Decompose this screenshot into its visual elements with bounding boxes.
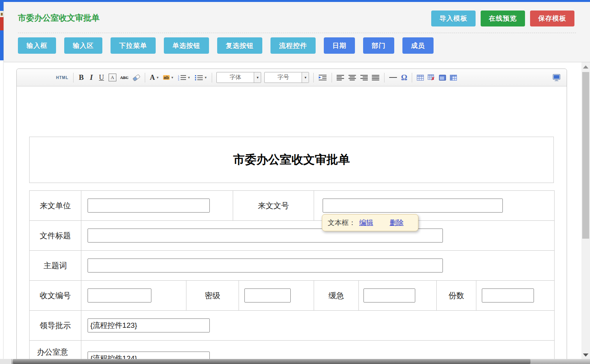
- chevron-down-icon[interactable]: ▼: [254, 72, 261, 83]
- table-properties-button[interactable]: [438, 72, 447, 83]
- font-color-button[interactable]: A▼: [149, 72, 160, 83]
- font-family-select[interactable]: 字体 ▼: [216, 72, 261, 83]
- vertical-scrollbar[interactable]: [581, 62, 590, 359]
- delete-link[interactable]: 删除: [390, 218, 404, 227]
- leader-remarks-input[interactable]: [88, 318, 210, 332]
- control-buttons-row: 输入框 输入区 下拉菜单 单选按钮 复选按钮 流程控件 日期 部门 成员: [18, 37, 434, 54]
- secrecy-label: 密级: [186, 281, 239, 310]
- cell-properties-icon: [450, 75, 457, 81]
- font-family-value: 字体: [217, 72, 254, 83]
- italic-button[interactable]: I: [88, 72, 95, 83]
- toolbar-separator: [384, 73, 385, 83]
- doc-title-cell: [81, 221, 554, 250]
- table-row: 主题词: [30, 250, 554, 280]
- source-unit-input[interactable]: [88, 199, 210, 213]
- chevron-down-icon: ▼: [156, 76, 159, 79]
- indent-button[interactable]: [318, 72, 328, 83]
- insert-table-button[interactable]: [416, 72, 425, 83]
- copies-input[interactable]: [482, 288, 534, 302]
- dashed-divider: [18, 33, 576, 33]
- member-button[interactable]: 成员: [402, 37, 434, 54]
- toolbar-separator: [332, 73, 332, 83]
- keywords-input[interactable]: [88, 258, 443, 273]
- font-color-a-icon: A: [150, 74, 155, 82]
- align-center-button[interactable]: [348, 72, 357, 83]
- align-justify-button[interactable]: [371, 72, 380, 83]
- maximize-button[interactable]: [551, 72, 562, 83]
- receive-number-input[interactable]: [88, 288, 151, 302]
- horizontal-rule-button[interactable]: [388, 72, 398, 83]
- table-properties-icon: [439, 75, 446, 81]
- save-template-button[interactable]: 保存模板: [530, 11, 574, 26]
- leader-remarks-cell: [81, 311, 554, 340]
- form-title-box: 市委办公室收文审批单: [29, 137, 554, 183]
- font-style-box-button[interactable]: A: [108, 72, 117, 83]
- table-row: 领导批示: [30, 310, 554, 340]
- checkbox-button[interactable]: 复选按钮: [217, 37, 262, 54]
- background-left-edge-light: [0, 11, 4, 17]
- eraser-button[interactable]: [132, 72, 141, 83]
- urgency-input[interactable]: [363, 288, 415, 302]
- horizontal-scrollbar[interactable]: [0, 359, 590, 364]
- table-row: 来文单位 来文文号: [30, 191, 554, 220]
- background-left-edge-blue: [0, 2, 4, 11]
- radio-button-button[interactable]: 单选按钮: [164, 37, 209, 54]
- scroll-up-arrow-icon[interactable]: [583, 65, 588, 69]
- strikethrough-button[interactable]: ABC: [119, 72, 129, 83]
- online-preview-button[interactable]: 在线预览: [481, 11, 525, 26]
- doc-number-label: 来文文号: [233, 191, 314, 220]
- scroll-down-arrow-icon[interactable]: [583, 353, 588, 357]
- dropdown-menu-button[interactable]: 下拉菜单: [111, 37, 156, 54]
- flow-control-button[interactable]: 流程控件: [270, 37, 316, 54]
- unordered-list-icon: [195, 74, 203, 81]
- delete-table-button[interactable]: ✗: [427, 72, 436, 83]
- maximize-icon: [552, 74, 561, 81]
- department-button[interactable]: 部门: [363, 37, 394, 54]
- edit-link[interactable]: 编辑: [359, 218, 373, 227]
- align-right-button[interactable]: [359, 72, 369, 83]
- table-row: 文件标题: [30, 220, 554, 250]
- horizontal-scrollbar-thumb[interactable]: [13, 359, 530, 364]
- highlight-icon: ab: [163, 75, 170, 80]
- page-title: 市委办公室收文审批单: [18, 12, 100, 23]
- date-button[interactable]: 日期: [324, 37, 355, 54]
- editor-canvas[interactable]: 市委办公室收文审批单 来文单位 来文文号 文件标题 主题词: [17, 86, 567, 364]
- urgency-cell: [358, 281, 436, 310]
- source-unit-cell: [81, 191, 233, 220]
- align-left-button[interactable]: [336, 72, 345, 83]
- ordered-list-icon: 1 2 3: [178, 74, 186, 81]
- cell-properties-button[interactable]: [449, 72, 458, 83]
- receive-number-label: 收文编号: [30, 281, 81, 310]
- ordered-list-button[interactable]: 1 2 3 ▼: [177, 72, 191, 83]
- toolbar-separator: [313, 73, 314, 83]
- form-title: 市委办公室收文审批单: [233, 152, 350, 168]
- font-size-select[interactable]: 字号 ▼: [264, 72, 309, 83]
- unordered-list-button[interactable]: ▼: [194, 72, 208, 83]
- chevron-down-icon: ▼: [188, 76, 191, 79]
- special-character-button[interactable]: Ω: [400, 72, 408, 83]
- indent-icon: [318, 74, 327, 81]
- underline-button[interactable]: U: [98, 72, 105, 83]
- delete-table-icon: ✗: [428, 74, 435, 81]
- secrecy-input[interactable]: [244, 288, 291, 302]
- doc-title-label: 文件标题: [30, 221, 81, 250]
- receive-number-cell: [81, 281, 186, 310]
- svg-text:✗: ✗: [431, 76, 435, 81]
- bold-button[interactable]: B: [77, 72, 85, 83]
- input-area-button[interactable]: 输入区: [64, 37, 102, 54]
- scrollbar-corner: [0, 359, 12, 364]
- import-template-button[interactable]: 导入模板: [431, 11, 476, 26]
- toolbar-separator: [412, 73, 412, 83]
- chevron-down-icon: ▼: [204, 76, 207, 79]
- doc-number-input[interactable]: [323, 199, 503, 213]
- chevron-down-icon[interactable]: ▼: [302, 72, 309, 83]
- vertical-scrollbar-thumb[interactable]: [582, 72, 589, 239]
- highlight-color-button[interactable]: ab▼: [162, 72, 175, 83]
- source-unit-label: 来文单位: [30, 191, 81, 220]
- toolbar-separator: [145, 73, 145, 83]
- html-source-button[interactable]: HTML: [55, 72, 69, 83]
- input-box-button[interactable]: 输入框: [18, 37, 56, 54]
- font-size-value: 字号: [265, 72, 302, 83]
- insert-table-icon: [417, 75, 424, 81]
- editor-toolbar: HTML B I U A ABC A▼ ab▼ 1 2 3: [17, 69, 567, 86]
